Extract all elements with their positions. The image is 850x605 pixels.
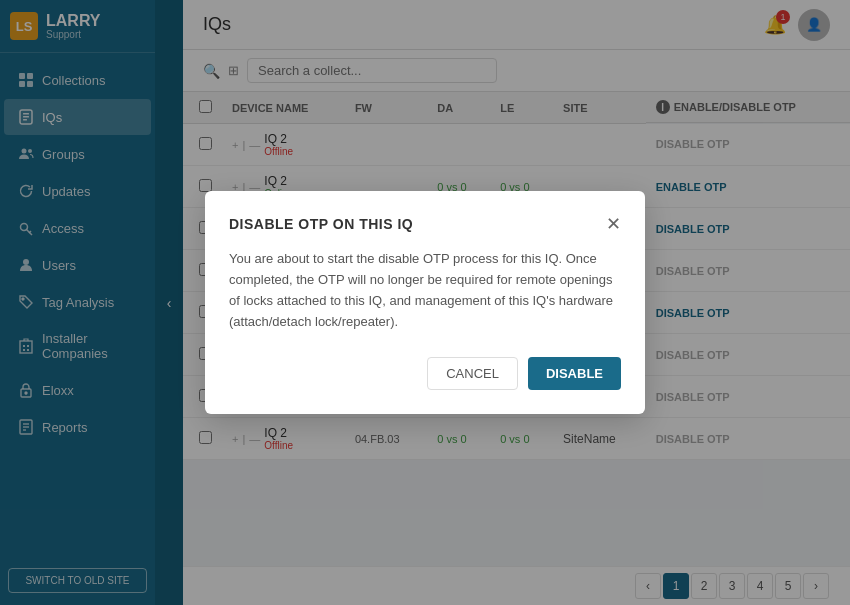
modal-header: DISABLE OTP ON THIS IQ ✕ [229, 215, 621, 233]
modal-body: You are about to start the disable OTP p… [229, 249, 621, 332]
disable-button[interactable]: DISABLE [528, 357, 621, 390]
cancel-button[interactable]: CANCEL [427, 357, 518, 390]
modal-overlay: DISABLE OTP ON THIS IQ ✕ You are about t… [0, 0, 850, 605]
modal-close-button[interactable]: ✕ [606, 215, 621, 233]
modal-footer: CANCEL DISABLE [229, 357, 621, 390]
modal-title: DISABLE OTP ON THIS IQ [229, 216, 413, 232]
modal: DISABLE OTP ON THIS IQ ✕ You are about t… [205, 191, 645, 413]
